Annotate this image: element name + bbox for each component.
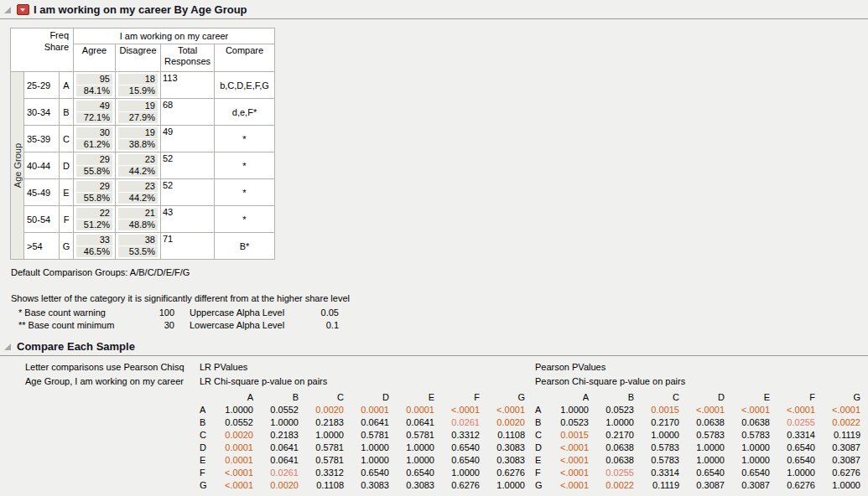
pvalue-cell: 0.0015 [547,428,592,441]
shows-letter-note: Shows letter of the category it is signi… [11,292,868,304]
matrix-header-row: ABCDEFG [200,390,528,403]
count-value: 29 [76,154,112,165]
crosstab-row: 35-39C3061.2%1938.8%49* [11,126,275,152]
matrix-row-header: E [200,453,211,466]
group-letter: D [60,152,74,179]
matrix-row: E<.00010.06380.57831.00001.00000.65400.3… [535,453,864,466]
pvalue-cell: <.0001 [773,403,819,416]
pvalue-cell: 0.0552 [257,403,302,416]
pvalue-cell: <.0001 [483,403,528,416]
lower-alpha-label: Lowercase Alpha Level [190,319,307,332]
freq-share-cell: 1938.8% [116,126,161,152]
matrix-col-header: D [347,390,392,403]
count-value: 49 [76,101,112,111]
pvalue-cell: 0.1119 [819,428,864,441]
total-header-line2: Responses [162,56,213,67]
pvalue-cell: 0.3314 [637,466,683,478]
matrix-row-header: D [535,441,547,453]
pvalue-cell: 0.3087 [728,478,773,491]
variables-note: Age Group, I am working on my career [25,375,200,389]
crosstab-row: 40-44D2955.8%2344.2%52* [11,152,275,179]
pvalue-cell: 1.0000 [683,441,728,453]
share-value: 38.8% [118,139,158,150]
share-value: 48.8% [118,220,158,230]
matrix-row: F<.00010.02610.33120.65400.65401.00000.6… [200,466,528,478]
spacer [174,319,190,332]
matrix-row-header: E [535,453,547,466]
matrix-row-header: D [200,441,211,453]
crosstab-row: 50-54F2251.2%2148.8%43* [11,206,275,233]
disclosure-triangle-icon[interactable] [4,344,11,350]
total-header-line1: Total [162,45,213,56]
matrix-row-header: B [535,416,547,428]
red-triangle-menu-icon[interactable] [17,4,29,15]
pearson-pvalues-heading: Pearson PValues [535,360,864,375]
share-value: 46.5% [76,246,112,257]
pvalue-cell: 0.5783 [728,428,773,441]
matrix-row: D0.00010.06410.57811.00001.00000.65400.3… [200,441,528,453]
count-value: 21 [118,208,158,219]
pvalue-cell: <.0001 [211,466,257,478]
age-range-label: 50-54 [24,206,60,233]
matrix-col-header: A [547,390,592,403]
pearson-pvalue-matrix: ABCDEFGA1.00000.05230.0015<.0001<.0001<.… [535,390,864,491]
total-responses-value: 43 [161,206,215,233]
age-range-label: 25-29 [24,72,60,99]
matrix-col-header: G [483,390,528,403]
pvalue-cell: 1.0000 [438,466,483,478]
age-range-label: >54 [24,233,60,260]
pvalue-cell: 0.0523 [547,416,592,428]
matrix-row: A1.00000.05230.0015<.0001<.0001<.0001<.0… [535,403,864,416]
freq-share-cell: 2148.8% [116,206,161,233]
pvalue-cell: 0.2183 [257,428,302,441]
matrix-col-header: F [438,390,483,403]
freq-share-cell: 3061.2% [74,126,116,152]
matrix-row-header: C [535,428,547,441]
age-range-label: 40-44 [24,152,60,179]
group-letter: G [60,233,74,260]
pvalue-cell: <.0001 [728,403,773,416]
pvalue-cell: 0.6540 [392,466,438,478]
pvalue-cell: 0.0641 [392,416,438,428]
default-comparison-groups-note: Default Comparison Groups: A/B/C/D/E/F/G [11,266,868,278]
contingency-table: Freq Share I am working on my career Agr… [10,28,275,260]
base-count-alpha-table: * Base count warning 100 Uppercase Alpha… [18,307,868,332]
share-value: 84.1% [76,85,112,96]
pvalue-cell: 0.6540 [728,466,773,478]
pvalue-cell: <.0001 [438,403,483,416]
pvalue-cell: 0.6540 [438,453,483,466]
freq-share-cell: 3853.5% [116,233,161,260]
pvalue-cell: 0.0255 [592,466,637,478]
count-value: 22 [76,208,112,219]
group-letter: C [60,126,74,152]
disclosure-triangle-icon[interactable] [4,7,11,13]
compare-letters: * [215,126,275,152]
matrix-row: C0.00200.21831.00000.57810.57810.33120.1… [200,428,528,441]
compare-letters: d,e,F* [215,99,275,126]
base-warning-value: 100 [141,307,174,319]
upper-alpha-label: Uppercase Alpha Level [190,307,307,319]
pvalue-cell: 0.6276 [819,466,864,478]
pvalue-cell: 0.0638 [592,453,637,466]
freq-share-cell: 9584.1% [74,72,116,99]
pvalue-cell: 0.3083 [347,478,392,491]
count-value: 33 [76,235,112,245]
pvalue-cell: 0.5781 [302,441,347,453]
lower-alpha-value: 0.1 [307,319,339,332]
pvalue-cell: 0.0001 [347,403,392,416]
matrix-row-header: F [200,466,211,478]
pvalue-cell: 0.5783 [637,453,683,466]
pvalue-cell: 0.6540 [347,466,392,478]
matrix-row: B0.05231.00000.21700.06380.06380.02550.0… [535,416,864,428]
share-value: 44.2% [118,166,158,177]
pvalue-cell: 1.0000 [683,453,728,466]
pearson-subheading: Pearson Chi-square p-value on pairs [535,375,864,389]
pvalue-cell: 0.3083 [483,441,528,453]
pvalue-cell: 1.0000 [257,416,302,428]
pvalue-cell: <.0001 [547,453,592,466]
pvalue-cell: 1.0000 [547,403,592,416]
matrix-row-header: B [200,416,211,428]
pvalue-cell: 0.1108 [483,428,528,441]
pvalue-cell: 0.3087 [819,453,864,466]
pvalue-cell: 1.0000 [347,453,392,466]
